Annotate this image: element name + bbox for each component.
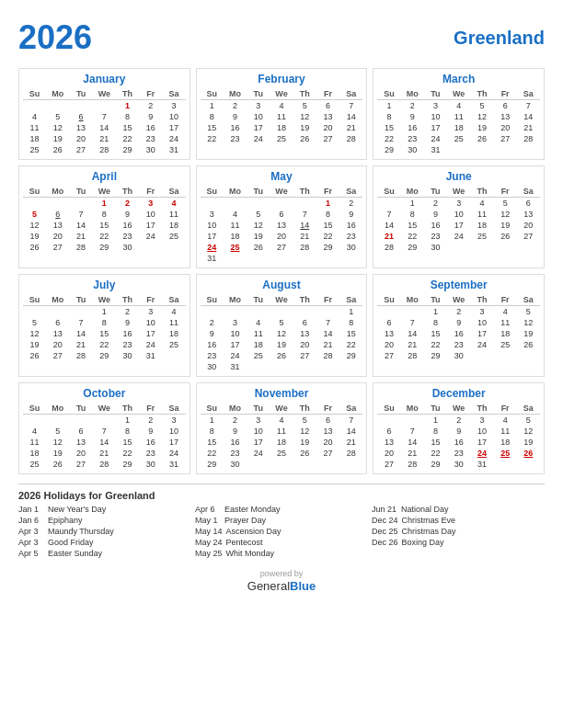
- day-cell: 19: [270, 339, 293, 350]
- day-cell: 20: [494, 122, 517, 133]
- day-cell: 3: [247, 415, 270, 426]
- day-cell: 10: [247, 426, 270, 437]
- day-cell: [470, 350, 493, 361]
- day-cell: 21: [93, 448, 116, 459]
- day-header: Th: [470, 403, 493, 415]
- holiday-item: May 1Prayer Day: [195, 516, 368, 525]
- day-cell: 11: [23, 437, 46, 448]
- day-cell: 22: [93, 231, 116, 242]
- holiday-column: Apr 6Easter MondayMay 1Prayer DayMay 14A…: [195, 505, 368, 560]
- day-cell: 6: [69, 426, 92, 437]
- day-cell: 22: [316, 231, 339, 242]
- day-cell: 19: [494, 220, 517, 231]
- calendar-grid: SuMoTuWeThFrSa12345678910111213141516171…: [23, 294, 186, 361]
- day-cell: 18: [162, 328, 185, 339]
- day-cell: [247, 459, 270, 470]
- day-cell: 2: [201, 317, 224, 328]
- day-header: We: [93, 88, 116, 100]
- day-cell: 22: [201, 133, 224, 144]
- day-cell: 16: [116, 328, 139, 339]
- day-cell: [494, 242, 517, 253]
- day-cell: [270, 459, 293, 470]
- day-cell: 13: [293, 328, 316, 339]
- day-cell: 17: [447, 220, 470, 231]
- day-cell: 27: [517, 231, 540, 242]
- holiday-date: May 1: [195, 516, 221, 525]
- day-cell: 7: [339, 415, 362, 426]
- day-header: Th: [470, 294, 493, 306]
- day-cell: 6: [377, 317, 400, 328]
- day-cell: 4: [447, 100, 470, 111]
- day-cell: 7: [401, 317, 424, 328]
- day-cell: 21: [293, 231, 316, 242]
- day-cell: 30: [447, 459, 470, 470]
- calendar-grid: SuMoTuWeThFrSa12345678910111213141516171…: [377, 186, 540, 253]
- day-cell: 2: [424, 198, 447, 209]
- day-cell: 5: [46, 111, 69, 122]
- day-cell: 3: [162, 100, 185, 111]
- day-cell: 14: [517, 111, 540, 122]
- day-cell: [494, 350, 517, 361]
- month-block: JuneSuMoTuWeThFrSa1234567891011121314151…: [373, 165, 545, 268]
- day-header: Fr: [139, 186, 162, 198]
- day-cell: 4: [162, 198, 185, 209]
- day-cell: 22: [424, 339, 447, 350]
- day-cell: 3: [470, 415, 493, 426]
- day-cell: [69, 100, 92, 111]
- day-cell: 30: [224, 459, 247, 470]
- holiday-item: Apr 3Good Friday: [18, 538, 191, 547]
- month-block: NovemberSuMoTuWeThFrSa123456789101112131…: [196, 382, 368, 474]
- month-title: August: [201, 279, 363, 291]
- day-cell: 2: [447, 415, 470, 426]
- day-cell: 9: [224, 111, 247, 122]
- day-cell: 27: [316, 133, 339, 144]
- day-cell: 24: [139, 339, 162, 350]
- day-cell: 5: [23, 209, 46, 220]
- day-cell: 17: [162, 122, 185, 133]
- holiday-name: Epiphany: [48, 516, 83, 525]
- day-header: Tu: [424, 403, 447, 415]
- day-cell: 2: [339, 198, 362, 209]
- holiday-date: May 14: [195, 527, 223, 536]
- day-header: Mo: [401, 88, 424, 100]
- calendar-grid: SuMoTuWeThFrSa12345678910111213141516171…: [377, 403, 540, 470]
- day-header: Tu: [247, 186, 270, 198]
- day-cell: 18: [23, 448, 46, 459]
- day-header: Sa: [517, 88, 540, 100]
- day-cell: 23: [224, 448, 247, 459]
- day-header: Th: [116, 294, 139, 306]
- day-cell: 9: [139, 426, 162, 437]
- day-cell: 30: [116, 350, 139, 361]
- day-cell: 19: [247, 231, 270, 242]
- day-header: Mo: [224, 403, 247, 415]
- day-cell: [162, 242, 185, 253]
- day-cell: 25: [162, 231, 185, 242]
- holiday-date: Apr 6: [195, 505, 221, 514]
- day-cell: [447, 144, 470, 155]
- day-cell: 25: [494, 448, 517, 459]
- day-cell: 13: [69, 122, 92, 133]
- calendar-grid: SuMoTuWeThFrSa12345678910111213141516171…: [201, 294, 363, 372]
- day-cell: 29: [424, 459, 447, 470]
- calendar-grid: SuMoTuWeThFrSa12345678910111213141516171…: [377, 294, 540, 361]
- holiday-item: May 14Ascension Day: [195, 527, 368, 536]
- day-cell: 18: [162, 220, 185, 231]
- day-cell: 6: [316, 100, 339, 111]
- day-cell: 9: [447, 426, 470, 437]
- day-cell: [23, 306, 46, 317]
- day-cell: 28: [69, 350, 92, 361]
- day-cell: 13: [494, 111, 517, 122]
- day-cell: 6: [377, 426, 400, 437]
- day-cell: 16: [139, 122, 162, 133]
- day-cell: 31: [139, 350, 162, 361]
- day-header: Sa: [517, 403, 540, 415]
- day-cell: 23: [339, 231, 362, 242]
- day-cell: 8: [339, 317, 362, 328]
- day-cell: 21: [69, 231, 92, 242]
- day-cell: 12: [23, 328, 46, 339]
- day-cell: 24: [139, 231, 162, 242]
- day-cell: 24: [247, 448, 270, 459]
- day-cell: 28: [339, 133, 362, 144]
- day-cell: 14: [339, 111, 362, 122]
- day-cell: 25: [494, 339, 517, 350]
